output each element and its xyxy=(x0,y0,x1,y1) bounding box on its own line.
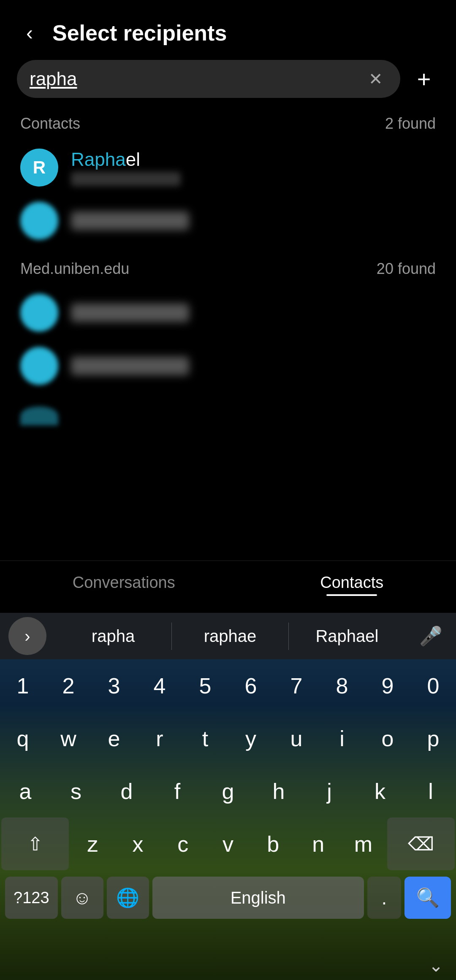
zxcv-row: ⇧ z x c v b n m ⌫ xyxy=(0,818,456,870)
key-o[interactable]: o xyxy=(365,712,410,765)
contacts-section-header: Contacts 2 found xyxy=(0,98,456,141)
key-d[interactable]: d xyxy=(101,765,152,818)
key-5[interactable]: 5 xyxy=(182,659,228,712)
avatar-med-2 xyxy=(20,347,58,385)
med-name-2 xyxy=(71,357,189,375)
contact-name-raphael: Raphael xyxy=(71,149,181,170)
keyboard: › rapha raphae Raphael 🎤 1 2 3 4 5 6 7 8… xyxy=(0,613,456,980)
key-l[interactable]: l xyxy=(405,765,456,818)
suggestion-3[interactable]: Raphael xyxy=(289,623,405,650)
med-item-1[interactable] xyxy=(0,286,456,339)
med-section-header: Med.uniben.edu 20 found xyxy=(0,247,456,286)
contacts-section-count: 2 found xyxy=(385,115,436,133)
med-name-1 xyxy=(71,303,189,322)
clear-icon: ✕ xyxy=(369,69,383,89)
key-w[interactable]: w xyxy=(46,712,91,765)
key-r[interactable]: r xyxy=(137,712,182,765)
key-search[interactable]: 🔍 xyxy=(404,877,451,919)
key-2[interactable]: 2 xyxy=(46,659,91,712)
suggestions-row: › rapha raphae Raphael 🎤 xyxy=(0,613,456,659)
key-emoji[interactable]: ☺ xyxy=(61,877,103,919)
back-button[interactable]: ‹ xyxy=(17,20,42,46)
key-c[interactable]: c xyxy=(160,818,206,870)
key-m[interactable]: m xyxy=(341,818,386,870)
key-4[interactable]: 4 xyxy=(137,659,182,712)
key-x[interactable]: x xyxy=(115,818,160,870)
key-z[interactable]: z xyxy=(70,818,115,870)
key-n[interactable]: n xyxy=(296,818,341,870)
key-q[interactable]: q xyxy=(0,712,46,765)
key-0[interactable]: 0 xyxy=(410,659,456,712)
key-7[interactable]: 7 xyxy=(274,659,319,712)
key-b[interactable]: b xyxy=(250,818,296,870)
key-y[interactable]: y xyxy=(228,712,274,765)
suggestions-expand-button[interactable]: › xyxy=(8,617,46,655)
mic-button[interactable]: 🎤 xyxy=(414,619,448,653)
contact-name-rest: el xyxy=(126,149,140,170)
tab-conversations-label: Conversations xyxy=(73,574,175,592)
globe-icon: 🌐 xyxy=(116,887,139,909)
search-container[interactable]: rapha ✕ xyxy=(17,60,400,98)
key-u[interactable]: u xyxy=(274,712,319,765)
contacts-section-label: Contacts xyxy=(20,115,80,133)
key-3[interactable]: 3 xyxy=(91,659,137,712)
key-g[interactable]: g xyxy=(203,765,253,818)
avatar-med-1 xyxy=(20,294,58,332)
key-e[interactable]: e xyxy=(91,712,137,765)
keyboard-hide-button[interactable]: ⌄ xyxy=(429,955,443,976)
key-8[interactable]: 8 xyxy=(319,659,365,712)
key-t[interactable]: t xyxy=(182,712,228,765)
search-input[interactable]: rapha xyxy=(30,68,364,89)
key-h[interactable]: h xyxy=(253,765,304,818)
asdf-row: a s d f g h j k l xyxy=(0,765,456,818)
expand-icon: › xyxy=(24,627,30,646)
contact-item-raphael[interactable]: R Raphael xyxy=(0,141,456,194)
header: ‹ Select recipients xyxy=(0,0,456,56)
key-shift[interactable]: ⇧ xyxy=(1,818,69,870)
search-row: rapha ✕ + xyxy=(0,60,456,98)
number-row: 1 2 3 4 5 6 7 8 9 0 xyxy=(0,659,456,712)
contact-item-blurred-1[interactable] xyxy=(0,194,456,247)
key-k[interactable]: k xyxy=(355,765,405,818)
key-f[interactable]: f xyxy=(152,765,203,818)
contact-name-blurred-1 xyxy=(71,211,189,230)
chevron-down-icon: ⌄ xyxy=(429,956,443,975)
suggestion-2[interactable]: raphae xyxy=(171,623,289,650)
key-period[interactable]: . xyxy=(367,877,401,919)
key-backspace[interactable]: ⌫ xyxy=(387,818,455,870)
emoji-icon: ☺ xyxy=(73,887,92,908)
key-p[interactable]: p xyxy=(410,712,456,765)
contact-info: Raphael xyxy=(71,149,181,186)
suggestions-list: rapha raphae Raphael xyxy=(55,623,405,650)
add-button[interactable]: + xyxy=(409,64,439,94)
key-space[interactable]: English xyxy=(152,877,364,919)
key-globe[interactable]: 🌐 xyxy=(107,877,149,919)
key-v[interactable]: v xyxy=(206,818,251,870)
contact-sub-blurred xyxy=(71,172,181,186)
med-item-3[interactable] xyxy=(0,393,456,439)
tab-conversations[interactable]: Conversations xyxy=(47,569,201,600)
clear-button[interactable]: ✕ xyxy=(364,67,388,91)
avatar-blurred-1 xyxy=(20,202,58,240)
tab-contacts-underline xyxy=(326,594,377,596)
key-s[interactable]: s xyxy=(51,765,101,818)
key-a[interactable]: a xyxy=(0,765,51,818)
key-9[interactable]: 9 xyxy=(365,659,410,712)
contact-name-highlight: Rapha xyxy=(71,149,126,170)
mic-icon: 🎤 xyxy=(419,625,442,647)
key-6[interactable]: 6 xyxy=(228,659,274,712)
key-1[interactable]: 1 xyxy=(0,659,46,712)
key-numeric-toggle[interactable]: ?123 xyxy=(5,877,58,919)
key-i[interactable]: i xyxy=(319,712,365,765)
back-icon: ‹ xyxy=(26,23,33,43)
add-icon: + xyxy=(417,65,431,93)
med-section-count: 20 found xyxy=(377,260,436,278)
page-title: Select recipients xyxy=(52,20,227,46)
med-section-label: Med.uniben.edu xyxy=(20,260,129,278)
tab-contacts[interactable]: Contacts xyxy=(295,569,409,600)
med-item-2[interactable] xyxy=(0,339,456,393)
suggestion-1[interactable]: rapha xyxy=(55,623,171,650)
avatar-r: R xyxy=(20,149,58,187)
key-j[interactable]: j xyxy=(304,765,355,818)
search-key-icon: 🔍 xyxy=(416,887,440,909)
